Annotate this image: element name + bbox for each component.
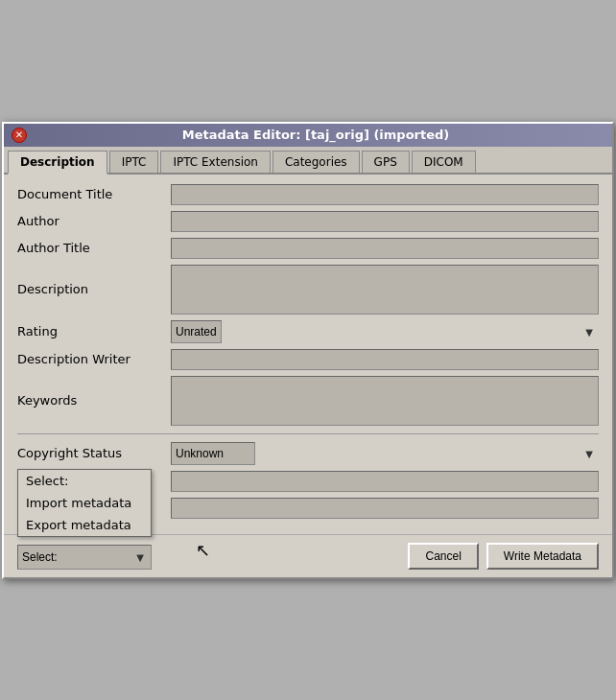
description-writer-row: Description Writer: [17, 349, 599, 370]
dropdown-item-import[interactable]: Import metadata: [18, 492, 151, 514]
keywords-label: Keywords: [17, 393, 171, 408]
tab-iptc-extension[interactable]: IPTC Extension: [160, 151, 271, 173]
author-title-label: Author Title: [17, 241, 171, 255]
copyright-notice-input[interactable]: [171, 471, 599, 492]
description-writer-label: Description Writer: [17, 352, 171, 366]
description-input[interactable]: [171, 265, 599, 315]
section-separator: [17, 433, 599, 434]
author-label: Author: [17, 214, 171, 228]
copyright-url-input[interactable]: [171, 498, 599, 519]
tab-description[interactable]: Description: [8, 151, 107, 175]
select-dropdown-popup: Select: Import metadata Export metadata: [17, 469, 152, 537]
document-title-input[interactable]: [171, 184, 599, 205]
author-input[interactable]: [171, 211, 599, 232]
tab-dicom[interactable]: DICOM: [412, 151, 476, 173]
author-row: Author: [17, 211, 599, 232]
tab-gps[interactable]: GPS: [362, 151, 410, 173]
bottom-bar: Select: Import metadata Export metadata …: [4, 534, 612, 577]
document-title-row: Document Title: [17, 184, 599, 205]
author-title-input[interactable]: [171, 238, 599, 259]
rating-label: Rating: [17, 324, 171, 338]
copyright-status-select[interactable]: Unknown Copyrighted Public Domain: [171, 442, 255, 465]
bottom-select-wrapper: Select: Import metadata Export metadata: [17, 545, 152, 570]
window-title: Metadata Editor: [taj_orig] (imported): [27, 128, 604, 142]
description-label: Description: [17, 282, 171, 296]
cursor-indicator: ↖: [196, 540, 210, 560]
keywords-input[interactable]: [171, 376, 599, 426]
document-title-label: Document Title: [17, 187, 171, 201]
dropdown-item-select[interactable]: Select:: [18, 470, 151, 492]
dropdown-item-export[interactable]: Export metadata: [18, 514, 151, 536]
description-writer-input[interactable]: [171, 349, 599, 370]
copyright-status-label: Copyright Status: [17, 446, 171, 460]
tabs-bar: Description IPTC IPTC Extension Categori…: [4, 147, 612, 175]
close-button[interactable]: ✕: [12, 128, 27, 143]
rating-select-wrapper: Unrated 1 2 3 4 5: [171, 320, 599, 343]
write-metadata-button[interactable]: Write Metadata: [486, 543, 599, 570]
copyright-status-row: Copyright Status Unknown Copyrighted Pub…: [17, 442, 599, 465]
description-row: Description: [17, 265, 599, 315]
titlebar: ✕ Metadata Editor: [taj_orig] (imported): [4, 124, 612, 147]
metadata-editor-dialog: ✕ Metadata Editor: [taj_orig] (imported)…: [2, 122, 614, 579]
bottom-select[interactable]: Select: Import metadata Export metadata: [17, 545, 152, 570]
copyright-status-select-wrapper: Unknown Copyrighted Public Domain: [171, 442, 599, 465]
keywords-row: Keywords: [17, 376, 599, 426]
author-title-row: Author Title: [17, 238, 599, 259]
rating-row: Rating Unrated 1 2 3 4 5: [17, 320, 599, 343]
rating-select[interactable]: Unrated 1 2 3 4 5: [171, 320, 222, 343]
tab-categories[interactable]: Categories: [272, 151, 360, 173]
tab-iptc[interactable]: IPTC: [109, 151, 159, 173]
cancel-button[interactable]: Cancel: [408, 543, 478, 570]
